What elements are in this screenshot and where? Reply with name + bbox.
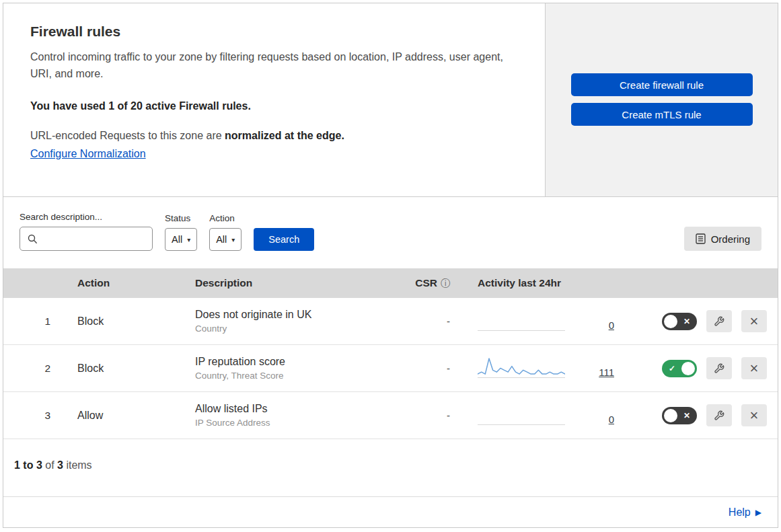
top-section: Firewall rules Control incoming traffic … — [3, 3, 778, 197]
activity-count-link[interactable]: 111 — [599, 367, 614, 378]
ordering-list-icon — [696, 233, 706, 244]
table-row: 2 Block IP reputation score Country, Thr… — [3, 345, 778, 392]
edit-rule-button[interactable] — [706, 357, 732, 379]
activity-sparkline — [478, 402, 565, 425]
rule-enabled-toggle[interactable] — [662, 407, 697, 424]
search-label: Search description... — [20, 212, 153, 222]
activity-sparkline — [478, 355, 565, 378]
search-button[interactable]: Search — [254, 228, 314, 251]
status-dropdown-value: All — [172, 234, 182, 245]
search-icon — [27, 233, 38, 244]
edit-rule-button[interactable] — [706, 310, 732, 332]
rule-match-fields: Country — [195, 324, 397, 334]
normalization-text: URL-encoded Requests to this zone are no… — [30, 130, 518, 142]
arrow-right-icon: ▶ — [755, 508, 761, 517]
status-label: Status — [165, 213, 197, 223]
rule-csr: - — [397, 315, 454, 327]
pagination-range: 1 to 3 — [14, 459, 42, 471]
activity-count-link[interactable]: 0 — [609, 319, 614, 331]
rule-controls: × — [622, 404, 778, 426]
action-panel: Create firewall rule Create mTLS rule — [546, 3, 778, 196]
firewall-rules-page: Firewall rules Control incoming traffic … — [3, 3, 778, 528]
rule-description-cell: IP reputation score Country, Threat Scor… — [182, 356, 397, 381]
delete-rule-button[interactable]: × — [741, 404, 767, 426]
wrench-icon — [714, 410, 724, 421]
rule-description-cell: Allow listed IPs IP Source Address — [182, 403, 397, 428]
action-label: Action — [209, 213, 241, 223]
rule-activity-cell: 0 — [454, 298, 622, 344]
rule-activity-cell: 0 — [454, 392, 622, 439]
ordering-button[interactable]: Ordering — [684, 227, 761, 251]
action-dropdown-value: All — [216, 234, 227, 245]
header-activity: Activity last 24hr — [454, 277, 622, 289]
table-row: 3 Allow Allow listed IPs IP Source Addre… — [3, 392, 778, 439]
rule-description: Allow listed IPs — [195, 403, 397, 415]
chevron-down-icon: ▾ — [231, 236, 235, 243]
search-box[interactable] — [20, 227, 153, 251]
rule-action: Block — [64, 363, 182, 375]
normalization-prefix: URL-encoded Requests to this zone are — [30, 130, 225, 141]
rule-controls: × — [622, 310, 778, 332]
rule-csr: - — [397, 363, 454, 374]
close-icon: × — [750, 314, 759, 329]
close-icon: × — [750, 361, 759, 376]
rule-match-fields: IP Source Address — [195, 418, 397, 428]
chevron-down-icon: ▾ — [187, 236, 190, 243]
table-header: Action Description CSRⓘ Activity last 24… — [3, 268, 778, 298]
header-action: Action — [64, 277, 182, 289]
page-title: Firewall rules — [30, 24, 518, 40]
rule-description-cell: Does not originate in UK Country — [182, 309, 397, 334]
table-row: 1 Block Does not originate in UK Country… — [3, 298, 778, 345]
rule-index: 1 — [3, 315, 64, 328]
delete-rule-button[interactable]: × — [741, 357, 767, 379]
search-field-group: Search description... — [20, 212, 153, 251]
rule-activity-cell: 111 — [454, 345, 622, 391]
activity-sparkline — [478, 308, 565, 331]
filter-bar: Search description... Status All ▾ Actio… — [3, 197, 778, 268]
rule-description: Does not originate in UK — [195, 309, 397, 321]
page-description: Control incoming traffic to your zone by… — [30, 49, 518, 83]
pagination-summary: 1 to 3 of 3 items — [3, 439, 778, 482]
activity-count-link[interactable]: 0 — [609, 414, 614, 425]
info-icon[interactable]: ⓘ — [441, 278, 450, 289]
rule-match-fields: Country, Threat Score — [195, 371, 397, 381]
status-filter-group: Status All ▾ — [165, 213, 197, 251]
pagination-total: 3 — [57, 459, 63, 471]
rule-description: IP reputation score — [195, 356, 397, 368]
wrench-icon — [714, 316, 724, 327]
header-csr-label: CSR — [415, 277, 437, 289]
help-link-label: Help — [729, 506, 751, 519]
rule-controls: × — [622, 357, 778, 379]
intro-card: Firewall rules Control incoming traffic … — [3, 3, 546, 196]
pagination-items: items — [63, 459, 92, 471]
create-firewall-rule-button[interactable]: Create firewall rule — [571, 73, 753, 96]
rule-action: Block — [64, 315, 182, 328]
status-dropdown[interactable]: All ▾ — [165, 228, 197, 251]
ordering-button-label: Ordering — [711, 233, 750, 245]
help-link[interactable]: Help ▶ — [729, 506, 761, 519]
header-description: Description — [182, 277, 397, 289]
create-mtls-rule-button[interactable]: Create mTLS rule — [571, 103, 753, 126]
header-csr: CSRⓘ — [397, 277, 454, 290]
rule-index: 3 — [3, 410, 64, 422]
help-bar: Help ▶ — [3, 496, 778, 527]
action-filter-group: Action All ▾ — [209, 213, 241, 251]
rule-enabled-toggle[interactable] — [662, 360, 697, 377]
wrench-icon — [714, 363, 724, 374]
rule-action: Allow — [64, 410, 182, 422]
usage-summary: You have used 1 of 20 active Firewall ru… — [30, 100, 518, 112]
delete-rule-button[interactable]: × — [741, 310, 767, 332]
pagination-of: of — [42, 459, 57, 471]
edit-rule-button[interactable] — [706, 404, 732, 426]
rule-index: 2 — [3, 363, 64, 375]
sparkline-svg — [478, 354, 565, 377]
close-icon: × — [750, 408, 759, 423]
rule-csr: - — [397, 410, 454, 421]
rule-enabled-toggle[interactable] — [662, 313, 697, 330]
search-input[interactable] — [42, 233, 145, 245]
normalization-bold: normalized at the edge. — [225, 130, 344, 141]
configure-normalization-link[interactable]: Configure Normalization — [30, 148, 146, 159]
action-dropdown[interactable]: All ▾ — [209, 228, 241, 251]
